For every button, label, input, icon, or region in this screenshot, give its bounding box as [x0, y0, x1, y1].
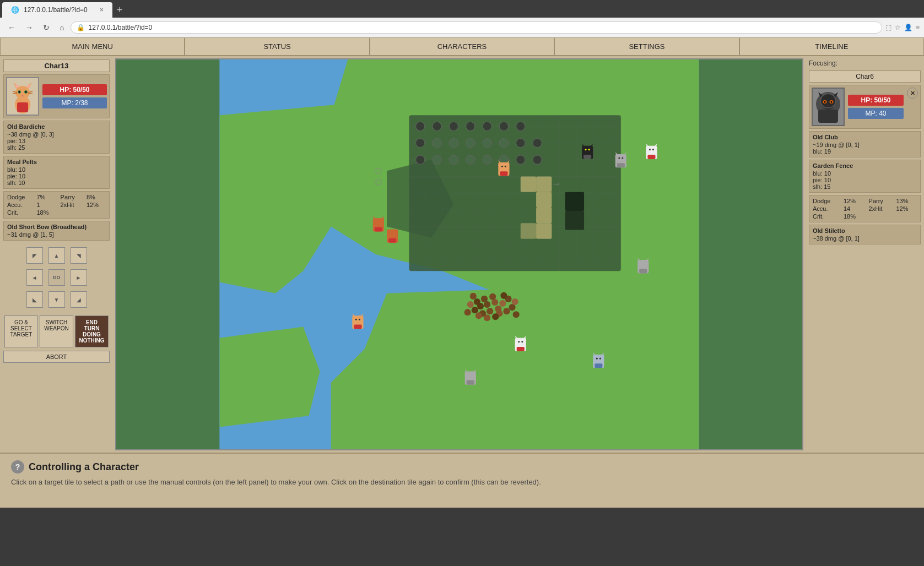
armor-name: Meal Pelts: [7, 159, 106, 165]
characters-button[interactable]: CHARACTERS: [370, 37, 554, 56]
profile-icon[interactable]: 👤: [904, 24, 912, 31]
svg-point-158: [472, 307, 478, 313]
dpad-right-button[interactable]: ►: [71, 269, 87, 286]
forward-button[interactable]: →: [22, 22, 36, 33]
combat-stats-block: Dodge 7% Parry 8% Accu. 1 2xHit 12% Crit…: [3, 191, 110, 219]
ally-token-3[interactable]: [593, 352, 604, 368]
address-bar[interactable]: 🔒 127.0.0.1/battle/?id=0: [71, 21, 882, 34]
abort-button[interactable]: ABORT: [3, 351, 110, 363]
svg-point-166: [484, 314, 490, 321]
svg-point-150: [487, 308, 493, 314]
ally-token-4[interactable]: [465, 369, 476, 384]
svg-point-181: [831, 101, 833, 103]
game-map[interactable]: →: [116, 59, 802, 449]
right-panel: Focusing: Char6: [806, 56, 924, 453]
ranged-dmg: ~31 dmg @ [1, 5]: [7, 231, 106, 238]
twohit-label: 2xHit: [61, 202, 82, 208]
svg-rect-81: [500, 171, 507, 176]
svg-point-137: [596, 358, 598, 360]
enemy-token-3[interactable]: [646, 144, 657, 159]
char13-token[interactable]: [498, 160, 509, 176]
svg-rect-88: [583, 155, 591, 159]
bookmark-icon[interactable]: ☆: [895, 24, 901, 31]
weapon-stat-block: Old Bardiche ~38 dmg @ [0, 3] pie: 13 sl…: [3, 121, 110, 154]
status-button[interactable]: STATUS: [185, 37, 369, 56]
svg-point-70: [516, 139, 525, 148]
svg-point-92: [585, 149, 587, 150]
enemy-token-4[interactable]: [637, 258, 649, 273]
enemy-token-2[interactable]: [615, 152, 626, 167]
svg-point-141: [467, 372, 474, 379]
new-tab-button[interactable]: +: [112, 4, 127, 16]
char6-portrait-area: HP: 50/50 MP: 40 ✕: [809, 85, 921, 129]
svg-point-75: [466, 155, 475, 164]
svg-point-151: [481, 296, 488, 302]
svg-point-130: [518, 341, 520, 342]
svg-point-62: [499, 122, 508, 130]
dpad-left-button[interactable]: ◄: [26, 269, 43, 286]
dpad-downright-button[interactable]: ◢: [71, 291, 87, 308]
timeline-button[interactable]: TIMELINE: [739, 37, 924, 56]
char13-portrait-area: HP: 50/50 MP: 2/38: [3, 74, 110, 118]
svg-point-78: [516, 155, 525, 164]
dpad-area: ◤ ▲ ◥ ◄ GO ► ◣ ▼ ◢: [3, 243, 110, 312]
r-armor-slh: slh: 15: [813, 183, 917, 190]
ally-token-2[interactable]: [515, 336, 526, 351]
svg-point-162: [475, 312, 482, 319]
svg-point-170: [513, 311, 520, 318]
back-button[interactable]: ←: [4, 22, 19, 33]
enemy-token-1[interactable]: [582, 144, 593, 159]
svg-rect-133: [595, 363, 602, 368]
r-armor-pie: pie: 10: [813, 177, 917, 183]
tab-close-button[interactable]: ×: [100, 6, 104, 14]
svg-rect-121: [375, 227, 382, 231]
armor-stat-block: Meal Pelts blu: 10 pie: 10 slh: 10: [3, 156, 110, 189]
dpad-center-button[interactable]: GO: [48, 269, 65, 286]
end-turn-button[interactable]: ENDTURNDOINGNOTHING: [75, 315, 109, 347]
dpad-upright-button[interactable]: ◥: [71, 247, 87, 264]
dpad-upleft-button[interactable]: ◤: [26, 247, 43, 264]
menu-icon[interactable]: ≡: [916, 24, 920, 31]
ally-token-1[interactable]: [352, 313, 363, 329]
enemy-token-5[interactable]: [373, 216, 384, 231]
svg-rect-52: [536, 223, 552, 238]
go-select-target-button[interactable]: GO &SELECTTARGET: [4, 315, 38, 347]
enemy-token-6[interactable]: [387, 229, 398, 242]
svg-point-119: [359, 319, 360, 320]
svg-point-99: [618, 157, 620, 159]
settings-button[interactable]: SETTINGS: [554, 37, 739, 56]
svg-point-159: [503, 308, 510, 314]
switch-weapon-button[interactable]: SWITCHWEAPON: [40, 315, 73, 347]
svg-point-110: [639, 260, 647, 268]
r-parry-val: 13%: [896, 198, 917, 204]
svg-point-134: [595, 355, 602, 363]
svg-point-67: [466, 139, 475, 148]
svg-point-168: [464, 309, 471, 315]
dpad-up-button[interactable]: ▲: [48, 247, 65, 264]
browser-tab[interactable]: 🌐 127.0.0.1/battle/?id=0 ×: [2, 2, 112, 18]
svg-point-138: [599, 358, 601, 360]
main-menu-button[interactable]: MAIN MENU: [0, 37, 185, 56]
extensions-icon[interactable]: ⬚: [885, 24, 891, 31]
close-focusing-button[interactable]: ✕: [907, 88, 918, 99]
svg-point-60: [466, 122, 475, 130]
svg-point-167: [500, 292, 507, 299]
svg-point-118: [355, 319, 357, 320]
svg-rect-114: [354, 324, 361, 329]
crit-label: Crit.: [7, 209, 32, 216]
svg-point-127: [517, 339, 525, 346]
svg-text:→: →: [552, 178, 560, 188]
refresh-button[interactable]: ↻: [40, 22, 53, 33]
svg-rect-48: [521, 176, 536, 192]
home-button[interactable]: ⌂: [56, 22, 67, 33]
accu-label: Accu.: [7, 202, 32, 208]
map-area[interactable]: →: [115, 58, 803, 450]
r-armor-blu: blu: 10: [813, 170, 917, 177]
dpad-downleft-button[interactable]: ◣: [26, 291, 43, 308]
svg-rect-183: [818, 110, 838, 123]
dpad-down-button[interactable]: ▼: [48, 291, 65, 308]
svg-point-82: [500, 163, 507, 171]
svg-point-180: [824, 101, 826, 103]
svg-point-115: [354, 316, 361, 324]
char13-hp-bar: HP: 50/50: [42, 84, 107, 95]
